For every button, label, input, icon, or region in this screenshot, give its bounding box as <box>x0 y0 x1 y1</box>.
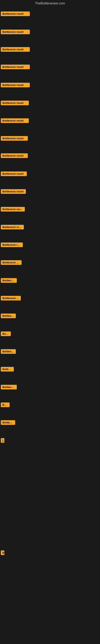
bottleneck-badge-24[interactable]: Bottlenec <box>1 420 15 425</box>
bottleneck-item-26: B <box>1 550 4 556</box>
bottleneck-badge-16[interactable]: Bottleneck <box>1 278 17 283</box>
bottleneck-badge-3[interactable]: Bottleneck result <box>1 47 30 52</box>
bottleneck-item-16: Bottleneck <box>1 278 17 284</box>
bottleneck-badge-13[interactable]: Bottleneck result <box>1 225 24 230</box>
site-header: TheBottlenecker.com <box>0 0 100 8</box>
bottleneck-badge-23[interactable]: Bottl <box>1 402 10 407</box>
bottleneck-item-2: Bottleneck result <box>1 30 30 35</box>
bottleneck-item-8: Bottleneck result <box>1 136 28 142</box>
bottleneck-badge-12[interactable]: Bottleneck result <box>1 207 25 212</box>
bottleneck-badge-26[interactable]: B <box>1 550 4 555</box>
site-title: TheBottlenecker.com <box>35 2 65 5</box>
bottleneck-badge-19[interactable]: Bottle <box>1 332 11 336</box>
bottleneck-item-19: Bottle <box>1 332 11 337</box>
bottleneck-item-9: Bottleneck result <box>1 153 28 159</box>
bottleneck-item-5: Bottleneck result <box>1 83 30 88</box>
bottleneck-badge-6[interactable]: Bottleneck result <box>1 100 29 105</box>
bottleneck-item-17: Bottleneck res <box>1 296 21 301</box>
bottleneck-item-23: Bottl <box>1 402 10 408</box>
bottleneck-badge-20[interactable]: Bottlenec <box>1 349 16 354</box>
bottleneck-badge-7[interactable]: Bottleneck result <box>1 118 29 123</box>
bottleneck-item-13: Bottleneck result <box>1 225 24 230</box>
bottleneck-badge-10[interactable]: Bottleneck result <box>1 172 27 176</box>
bottleneck-badge-15[interactable]: Bottleneck resu <box>1 260 22 265</box>
bottleneck-item-14: Bottleneck result <box>1 242 23 248</box>
bottleneck-item-22: Bottleneck <box>1 385 17 390</box>
bottleneck-item-25: | <box>1 438 4 444</box>
bottleneck-item-1: Bottleneck result <box>1 12 30 17</box>
bottleneck-badge-14[interactable]: Bottleneck result <box>1 242 23 247</box>
bottleneck-item-4: Bottleneck result <box>1 64 30 70</box>
bottleneck-badge-4[interactable]: Bottleneck result <box>1 64 30 69</box>
bottleneck-badge-11[interactable]: Bottleneck result <box>1 189 26 194</box>
bottleneck-badge-1[interactable]: Bottleneck result <box>1 12 30 16</box>
bottleneck-badge-21[interactable]: Bottlene <box>1 367 14 372</box>
bottleneck-badge-17[interactable]: Bottleneck res <box>1 296 21 300</box>
bottleneck-item-18: Bottlenec <box>1 314 16 319</box>
bottleneck-badge-9[interactable]: Bottleneck result <box>1 153 28 158</box>
bottleneck-badge-8[interactable]: Bottleneck result <box>1 136 28 141</box>
bottleneck-badge-25[interactable]: | <box>1 438 4 443</box>
bottleneck-item-12: Bottleneck result <box>1 207 25 212</box>
bottleneck-item-7: Bottleneck result <box>1 118 29 124</box>
bottleneck-badge-18[interactable]: Bottlenec <box>1 314 16 318</box>
bottleneck-item-6: Bottleneck result <box>1 100 29 106</box>
bottleneck-item-21: Bottlene <box>1 367 14 372</box>
bottleneck-item-15: Bottleneck resu <box>1 260 22 266</box>
bottleneck-item-24: Bottlenec <box>1 420 15 426</box>
bottleneck-item-20: Bottlenec <box>1 349 16 354</box>
bottleneck-item-11: Bottleneck result <box>1 189 26 194</box>
bottleneck-item-10: Bottleneck result <box>1 172 27 177</box>
bottleneck-badge-22[interactable]: Bottleneck <box>1 385 17 390</box>
bottleneck-badge-5[interactable]: Bottleneck result <box>1 83 30 87</box>
bottleneck-item-3: Bottleneck result <box>1 47 30 52</box>
bottleneck-badge-2[interactable]: Bottleneck result <box>1 30 30 34</box>
